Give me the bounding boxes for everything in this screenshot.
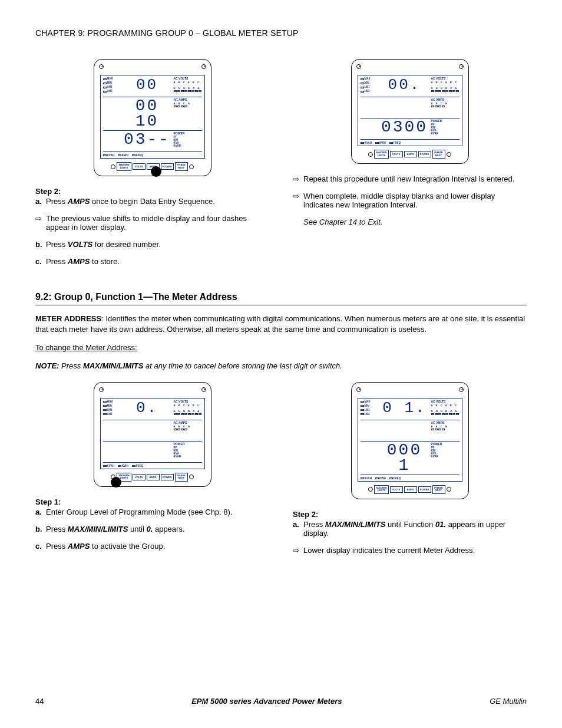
step-item: a. Press AMPS once to begin Data Entry S… — [35, 197, 269, 206]
arrow-icon: ⇨ — [293, 546, 303, 555]
step-item: b. Press VOLTS for desired number. — [35, 240, 269, 249]
meter-diagram-1: ++ MAX MIN LM1 LM2 00 AC VOLTS A B C — [94, 59, 211, 176]
step2b-head: Step 2: — [293, 510, 527, 519]
see-ref: See Chapter 14 to Exit. — [303, 218, 527, 226]
step-item: ⇨ Repeat this procedure until new Integr… — [293, 174, 527, 183]
footer-brand: GE Multilin — [490, 697, 527, 706]
change-heading: To change the Meter Address: — [35, 342, 527, 353]
step-item: a. Enter Group Level of Programming Mode… — [35, 508, 269, 516]
arrow-icon: ⇨ — [35, 214, 46, 232]
chapter-header: CHAPTER 9: PROGRAMMING GROUP 0 – GLOBAL … — [35, 28, 527, 38]
note-paragraph: NOTE: Press MAX/MIN/LIMITS at any time t… — [35, 361, 527, 370]
footer-title: EPM 5000 series Advanced Power Meters — [191, 697, 342, 706]
press-indicator-icon — [111, 477, 121, 487]
page-footer: 44 EPM 5000 series Advanced Power Meters… — [35, 697, 527, 706]
step-item: ⇨ When complete, middle display blanks a… — [293, 192, 527, 209]
step-item: a. Press MAX/MIN/LIMITS until Function 0… — [293, 520, 527, 538]
intro-paragraph: METER ADDRESS: Identifies the meter when… — [35, 314, 527, 334]
display-bot: 03-- — [123, 132, 171, 147]
meter-diagram-3: ++ MAX MIN LM1 LM2 0. AC VOLTS A B C — [94, 382, 211, 487]
step1-head: Step 1: — [35, 498, 269, 506]
display-top: 00 — [123, 77, 171, 93]
arrow-icon: ⇨ — [293, 174, 303, 183]
section-divider — [35, 305, 527, 305]
meter-diagram-4: ++ MAX MIN LM1 LM2 0 1. AC VOLTS A B — [351, 382, 469, 499]
step-item: b. Press MAX/MIN/LIMITS until 0. appears… — [35, 525, 269, 533]
step2-head: Step 2: — [35, 187, 269, 196]
step-item: ⇨ The previous value shifts to middle di… — [35, 214, 269, 232]
press-indicator-icon — [151, 166, 161, 177]
btn-power: POWER — [161, 163, 174, 170]
step-item: c. Press AMPS to store. — [35, 257, 269, 266]
btn-volts: VOLTS — [133, 163, 146, 170]
arrow-icon: ⇨ — [293, 192, 303, 209]
page-number: 44 — [35, 697, 44, 706]
step-item: c. Press AMPS to activate the Group. — [35, 542, 269, 551]
step-item: ⇨ Lower display indicates the current Me… — [293, 546, 527, 555]
display-mid: 00 10 — [123, 98, 171, 129]
meter-diagram-2: ++ MAX MIN LM1 LM2 00. AC VOLTS A B — [351, 59, 469, 164]
btn-phase: PHASENEXT — [175, 162, 188, 171]
btn-maxmin: MAX/MINLIMITS — [117, 162, 131, 171]
section-title: 9.2: Group 0, Function 1—The Meter Addre… — [35, 292, 527, 302]
